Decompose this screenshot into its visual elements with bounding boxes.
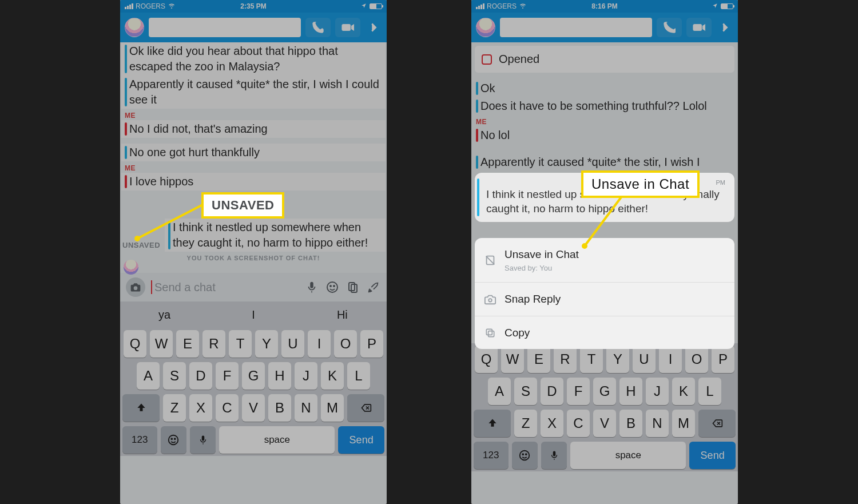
key[interactable]: D	[189, 362, 212, 390]
key[interactable]: I	[308, 330, 331, 358]
key[interactable]: D	[541, 378, 563, 405]
message[interactable]: No lol	[472, 126, 737, 144]
avatar[interactable]	[476, 18, 495, 37]
key[interactable]: S	[514, 378, 537, 405]
voice-call-button[interactable]	[657, 18, 682, 37]
key[interactable]: K	[321, 362, 344, 390]
chat-name-field[interactable]	[149, 18, 301, 37]
key[interactable]: R	[554, 346, 577, 373]
rocket-icon[interactable]	[366, 280, 381, 295]
suggestion[interactable]: Hi	[298, 301, 387, 328]
key[interactable]: A	[488, 378, 511, 405]
backspace-key[interactable]	[347, 394, 384, 422]
suggestion[interactable]: ya	[120, 301, 209, 328]
chat-input[interactable]: Send a chat	[151, 277, 299, 297]
saved-by: Saved by: You	[505, 263, 579, 273]
key[interactable]: N	[295, 394, 317, 422]
voice-call-button[interactable]	[305, 18, 331, 37]
key[interactable]: Z	[514, 410, 537, 437]
key[interactable]: P	[712, 346, 734, 373]
key[interactable]: C	[216, 394, 239, 422]
key[interactable]: Q	[475, 346, 498, 373]
cards-icon[interactable]	[345, 280, 360, 295]
key[interactable]: E	[176, 330, 199, 358]
key[interactable]: E	[527, 346, 550, 373]
key[interactable]: H	[268, 362, 291, 390]
key[interactable]: X	[189, 394, 212, 422]
avatar[interactable]	[125, 18, 144, 37]
key[interactable]: P	[360, 330, 383, 358]
key[interactable]: L	[698, 378, 721, 405]
key[interactable]: O	[685, 346, 708, 373]
key[interactable]: B	[268, 394, 291, 422]
key[interactable]: K	[672, 378, 695, 405]
key[interactable]: F	[216, 362, 239, 390]
key[interactable]: J	[646, 378, 669, 405]
key[interactable]: N	[646, 410, 669, 437]
key[interactable]: T	[229, 330, 252, 358]
key[interactable]: W	[501, 346, 524, 373]
message[interactable]: Ok like did you hear about that hippo th…	[121, 42, 386, 76]
key[interactable]: Y	[255, 330, 278, 358]
send-button[interactable]: Send	[338, 426, 384, 454]
backspace-key[interactable]	[698, 410, 736, 437]
key[interactable]: U	[281, 330, 304, 358]
key[interactable]: Y	[606, 346, 629, 373]
key[interactable]: M	[672, 410, 695, 437]
key[interactable]: L	[347, 362, 370, 390]
smile-icon[interactable]	[325, 280, 340, 295]
message[interactable]: No I did not, that's amazing	[121, 120, 386, 138]
space-key[interactable]: space	[219, 426, 335, 454]
key[interactable]: Z	[163, 394, 186, 422]
key[interactable]: G	[242, 362, 265, 390]
action-snap-reply[interactable]: Snap Reply	[475, 282, 734, 316]
message[interactable]: Apparently it caused *quite* the stir, I…	[121, 76, 386, 109]
shift-key[interactable]	[474, 410, 511, 437]
video-call-button[interactable]	[335, 18, 360, 37]
key[interactable]: I	[659, 346, 682, 373]
key[interactable]: V	[242, 394, 265, 422]
key[interactable]: B	[619, 410, 642, 437]
key[interactable]: J	[295, 362, 317, 390]
key[interactable]: U	[633, 346, 656, 373]
message[interactable]: I love hippos	[121, 173, 386, 191]
dictate-key[interactable]	[190, 426, 216, 454]
chevron-right-icon[interactable]	[365, 18, 382, 37]
message[interactable]: Ok	[472, 80, 737, 97]
numbers-key[interactable]: 123	[474, 442, 509, 469]
key[interactable]: H	[619, 378, 642, 405]
emoji-key[interactable]	[161, 426, 186, 454]
key[interactable]: M	[321, 394, 344, 422]
message[interactable]: I think it nestled up somewhere when the…	[165, 219, 386, 252]
chat-name-field[interactable]	[500, 18, 652, 37]
message[interactable]: No one got hurt thankfully	[121, 144, 386, 161]
message[interactable]: Does it have to be something truthful?? …	[472, 97, 737, 115]
key[interactable]: C	[567, 410, 590, 437]
action-copy[interactable]: Copy	[475, 316, 734, 350]
key[interactable]: Q	[124, 330, 146, 358]
key[interactable]: T	[580, 346, 603, 373]
video-call-button[interactable]	[686, 18, 712, 37]
numbers-key[interactable]: 123	[122, 426, 157, 454]
key[interactable]: S	[163, 362, 186, 390]
mic-icon[interactable]	[304, 280, 319, 295]
dictate-key[interactable]	[541, 442, 567, 469]
message[interactable]: Apparently it caused *quite* the stir, I…	[472, 153, 737, 171]
key[interactable]: G	[593, 378, 616, 405]
avatar[interactable]	[124, 260, 138, 275]
send-button[interactable]: Send	[689, 442, 736, 469]
key[interactable]: W	[150, 330, 173, 358]
action-unsave[interactable]: Unsave in Chat Saved by: You	[475, 238, 734, 282]
camera-button[interactable]	[126, 277, 145, 297]
shift-key[interactable]	[122, 394, 160, 422]
suggestion[interactable]: I	[209, 301, 297, 328]
chevron-right-icon[interactable]	[716, 18, 733, 37]
key[interactable]: V	[593, 410, 616, 437]
key[interactable]: A	[137, 362, 160, 390]
key[interactable]: O	[334, 330, 357, 358]
space-key[interactable]: space	[570, 442, 686, 469]
key[interactable]: R	[202, 330, 225, 358]
key[interactable]: X	[541, 410, 563, 437]
key[interactable]: F	[567, 378, 590, 405]
emoji-key[interactable]	[512, 442, 538, 469]
